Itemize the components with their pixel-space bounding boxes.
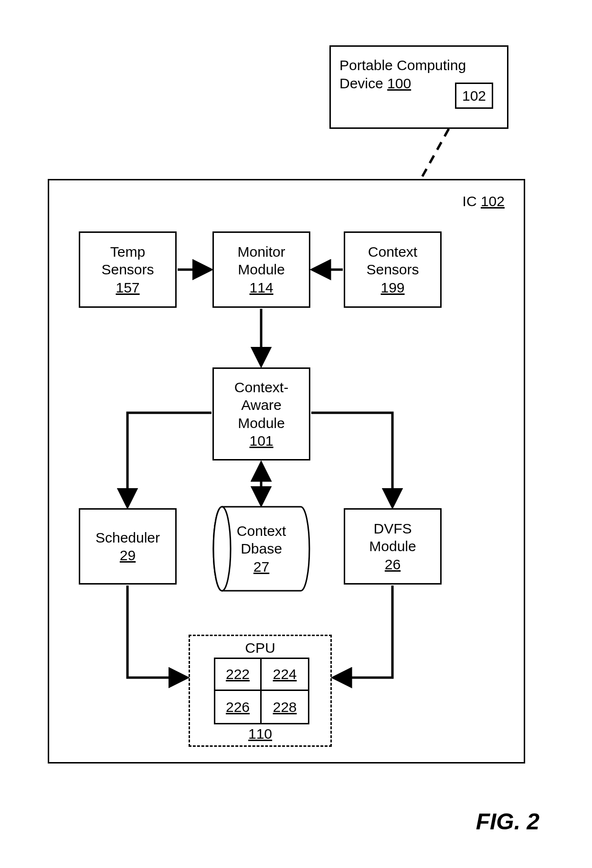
context-sensors-box: Context Sensors 199 [344,231,442,308]
context-dbase-ref: 27 [254,558,269,576]
ic-title-block: IC 102 [463,192,505,210]
pcd-inner-ref: 102 [462,87,486,105]
context-sensors-t2: Sensors [345,261,440,279]
cpu-core-c: 226 [215,691,262,723]
cpu-core-a: 222 [215,659,262,691]
context-dbase-box: Context Dbase 27 [212,501,310,596]
scheduler-ref: 29 [80,546,175,565]
dvfs-ref: 26 [345,555,440,574]
cpu-core-d: 228 [262,691,308,723]
svg-line-2 [420,129,449,180]
temp-sensors-t1: Temp [80,243,175,261]
cpu-ref: 110 [190,725,330,743]
context-aware-t1: Context- [214,378,309,397]
context-sensors-t1: Context [345,243,440,261]
temp-sensors-ref: 157 [80,279,175,297]
scheduler-box: Scheduler 29 [79,508,177,585]
pcd-inner-box: 102 [455,83,493,109]
context-sensors-ref: 199 [345,279,440,297]
cpu-core-b-ref: 224 [273,665,296,683]
cpu-core-grid: 222 224 226 228 [214,658,309,724]
ic-ref: 102 [481,193,505,209]
dvfs-box: DVFS Module 26 [344,508,442,585]
pcd-ref: 100 [387,75,411,91]
context-aware-ref: 101 [214,432,309,450]
figure-caption: FIG. 2 [476,808,539,835]
cpu-core-c-ref: 226 [226,698,250,716]
ic-title: IC [463,193,477,209]
cpu-box: CPU 222 224 226 228 110 [189,635,332,747]
context-dbase-t2: Dbase [241,540,282,558]
cpu-title: CPU [190,639,330,657]
dvfs-t2: Module [345,537,440,555]
pcd-box: Portable Computing Device 100 102 [329,45,508,129]
dvfs-t1: DVFS [345,520,440,538]
context-aware-box: Context- Aware Module 101 [212,367,310,460]
temp-sensors-box: Temp Sensors 157 [79,231,177,308]
context-aware-t2: Aware [214,396,309,414]
monitor-module-box: Monitor Module 114 [212,231,310,308]
monitor-module-t2: Module [214,261,309,279]
context-dbase-t1: Context [237,522,286,540]
context-aware-t3: Module [214,414,309,432]
cpu-core-d-ref: 228 [273,698,296,716]
monitor-module-ref: 114 [214,279,309,297]
temp-sensors-t2: Sensors [80,261,175,279]
diagram-page: Portable Computing Device 100 102 IC 102… [0,0,592,868]
cpu-core-a-ref: 222 [226,665,250,683]
scheduler-t1: Scheduler [80,529,175,547]
monitor-module-t1: Monitor [214,243,309,261]
cpu-core-b: 224 [262,659,308,691]
